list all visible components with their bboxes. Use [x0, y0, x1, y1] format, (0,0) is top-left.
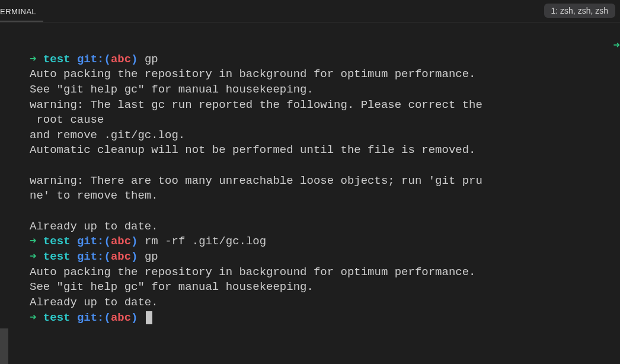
prompt-dir: test [43, 311, 71, 324]
prompt-branch: abc [111, 250, 131, 263]
prompt-arrow-icon: ➜ [30, 250, 36, 263]
command-text: gp [145, 53, 158, 66]
prompt-dir: test [43, 250, 71, 263]
tab-terminal[interactable]: ERMINAL [0, 1, 43, 21]
prompt-dir: test [43, 53, 71, 66]
prompt-paren-open: ( [104, 53, 110, 66]
command-text: rm -rf .git/gc.log [145, 235, 266, 248]
terminal-output[interactable]: ➜ test git:(abc) gp Auto packing the rep… [0, 23, 575, 325]
output-text: Auto packing the repository in backgroun… [30, 68, 482, 232]
command-text: gp [145, 250, 158, 263]
prompt-arrow-icon: ➜ [30, 53, 36, 66]
prompt-branch: abc [111, 235, 131, 248]
prompt-paren-close: ) [131, 250, 138, 263]
prompt-paren-open: ( [104, 311, 110, 324]
right-gutter-arrow-icon: ➜ [613, 38, 620, 52]
prompt-arrow-icon: ➜ [30, 235, 36, 248]
output-text: Auto packing the repository in backgroun… [30, 266, 476, 309]
prompt-paren-close: ) [131, 53, 138, 66]
prompt-paren-close: ) [131, 235, 138, 248]
prompt-paren-open: ( [104, 235, 110, 248]
prompt-dir: test [43, 235, 71, 248]
cursor [146, 311, 152, 324]
tab-bar: ERMINAL 1: zsh, zsh, zsh [0, 0, 620, 23]
scrollbar-track[interactable] [0, 23, 8, 364]
prompt-branch: abc [111, 53, 131, 66]
prompt-git-label: git: [77, 235, 104, 248]
prompt-git-label: git: [77, 250, 104, 263]
prompt-git-label: git: [77, 311, 104, 324]
scrollbar-thumb[interactable] [0, 328, 8, 364]
session-dropdown[interactable]: 1: zsh, zsh, zsh [544, 4, 615, 18]
prompt-paren-open: ( [104, 250, 110, 263]
prompt-arrow-icon: ➜ [30, 311, 36, 324]
prompt-git-label: git: [77, 53, 104, 66]
prompt-branch: abc [111, 311, 131, 324]
prompt-paren-close: ) [131, 311, 138, 324]
